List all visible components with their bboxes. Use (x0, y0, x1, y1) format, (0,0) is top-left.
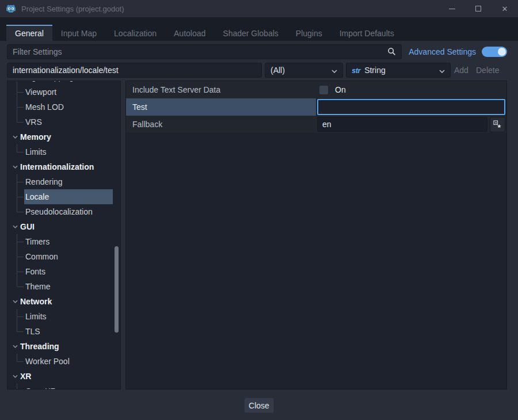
close-window-button[interactable]: ✕ (492, 0, 518, 17)
tab-localization[interactable]: Localization (105, 25, 165, 41)
tree-item-timers[interactable]: Timers (7, 234, 120, 249)
checkbox-value-label: On (335, 85, 346, 94)
property-label: Fallback (126, 116, 316, 133)
tab-bar: GeneralInput MapLocalizationAutoloadShad… (0, 17, 518, 41)
tree-category-label: Threading (20, 342, 59, 351)
toggle-knob (498, 48, 506, 56)
tree-category-gui[interactable]: GUI (7, 219, 120, 234)
chevron-down-icon (13, 135, 18, 139)
tree-item-limits[interactable]: Limits (7, 144, 120, 159)
chevron-down-icon (13, 225, 18, 228)
svg-text:a: a (495, 120, 497, 124)
project-settings-window: Project Settings (project.godot) ✕ Gener… (0, 0, 518, 420)
chevron-down-icon (13, 300, 18, 303)
tree-item-label: Lightmapping (25, 81, 74, 82)
tab-plugins[interactable]: Plugins (287, 25, 331, 41)
advanced-settings-label: Advanced Settings (409, 47, 476, 56)
tab-autoload[interactable]: Autoload (165, 25, 214, 41)
search-icon (387, 47, 396, 58)
chevron-down-icon (13, 345, 18, 348)
property-value-input[interactable] (317, 99, 505, 115)
type-select[interactable]: str String (346, 63, 451, 78)
settings-tree-panel: LightmappingViewportMesh LODVRSMemoryLim… (7, 81, 121, 390)
tree-item-viewport[interactable]: Viewport (7, 85, 120, 100)
maximize-button[interactable] (465, 0, 492, 17)
tree-category-label: Internationalization (20, 162, 94, 171)
tree-item-limits[interactable]: Limits (7, 309, 120, 324)
tree-category-network[interactable]: Network (7, 294, 120, 309)
advanced-settings-toggle[interactable] (482, 47, 507, 57)
tree-category-label: XR (20, 372, 31, 381)
tree-item-rendering[interactable]: Rendering (7, 174, 120, 189)
minimize-icon (449, 9, 455, 9)
property-row-include-text-server-data[interactable]: Include Text Server DataOn (126, 81, 506, 98)
tree-category-label: GUI (20, 222, 35, 231)
titlebar: Project Settings (project.godot) ✕ (0, 0, 518, 17)
tab-import-defaults[interactable]: Import Defaults (331, 25, 403, 41)
tree-category-internationalization[interactable]: Internationalization (7, 159, 120, 174)
filter-settings-input[interactable] (7, 44, 402, 59)
tree-category-threading[interactable]: Threading (7, 339, 120, 354)
locale-picker-icon: a (493, 120, 502, 129)
chevron-down-icon (13, 375, 18, 378)
tree-item-tls[interactable]: TLS (7, 324, 120, 339)
tree-category-xr[interactable]: XR (7, 369, 120, 384)
property-label: Test (126, 98, 316, 116)
tree-item-label: Common (25, 252, 58, 261)
string-type-icon: str (352, 66, 360, 75)
tree-item-label: TLS (25, 327, 40, 336)
chevron-down-icon (13, 165, 18, 169)
tree-item-label: Fonts (25, 267, 45, 276)
tree-category-label: Memory (20, 132, 51, 142)
tree-item-lightmapping[interactable]: Lightmapping (7, 81, 120, 85)
tree-item-worker-pool[interactable]: Worker Pool (7, 354, 120, 369)
property-name-input[interactable] (7, 63, 262, 78)
type-value: String (364, 66, 386, 75)
checkbox[interactable] (319, 86, 328, 94)
property-value-input[interactable] (317, 117, 487, 132)
locale-picker-button[interactable]: a (490, 117, 505, 132)
minimize-button[interactable] (439, 0, 465, 17)
tree-item-fonts[interactable]: Fonts (7, 264, 120, 279)
tree-scrollbar[interactable] (115, 246, 119, 333)
close-button[interactable]: Close (244, 398, 274, 413)
feature-filter-select[interactable]: (All) (265, 63, 343, 78)
delete-property-button[interactable]: Delete (476, 63, 499, 78)
tree-item-label: Limits (25, 312, 47, 321)
tree-item-label: Rendering (25, 177, 63, 186)
tree-item-label: Pseudolocalization (25, 207, 93, 216)
tab-shader-globals[interactable]: Shader Globals (214, 25, 287, 41)
tab-general[interactable]: General (6, 25, 52, 41)
properties-panel: Include Text Server DataOnTestFallbacka (125, 81, 507, 390)
tree-category-memory[interactable]: Memory (7, 129, 120, 144)
tree-item-label: OpenXR (25, 387, 56, 390)
tree-item-locale[interactable]: Locale (7, 189, 120, 204)
tree-item-label: Mesh LOD (25, 102, 64, 112)
tree-item-vrs[interactable]: VRS (7, 114, 120, 129)
dialog-body: Advanced Settings (All) str String Add D… (0, 41, 518, 420)
property-row-test[interactable]: Test (126, 98, 506, 116)
property-label: Include Text Server Data (126, 81, 316, 98)
property-value-cell: On (316, 81, 506, 98)
tree-item-openxr[interactable]: OpenXR (7, 384, 120, 390)
tree-item-label: Limits (25, 147, 47, 156)
tree-item-label: Worker Pool (25, 357, 70, 366)
tree-item-label: VRS (25, 117, 42, 127)
add-property-button[interactable]: Add (454, 63, 469, 78)
tree-item-label: Viewport (25, 87, 56, 97)
tree-category-label: Network (20, 297, 52, 306)
tree-item-label: Timers (25, 237, 49, 246)
feature-filter-value: (All) (271, 66, 285, 75)
chevron-down-icon (439, 66, 445, 75)
tree-item-theme[interactable]: Theme (7, 279, 120, 294)
chevron-down-icon (332, 66, 337, 75)
tree-item-pseudolocalization[interactable]: Pseudolocalization (7, 204, 120, 219)
close-icon: ✕ (502, 5, 508, 13)
tree-item-mesh-lod[interactable]: Mesh LOD (7, 100, 120, 114)
tree-item-label: Theme (25, 282, 51, 291)
property-row-fallback[interactable]: Fallbacka (126, 116, 506, 133)
property-value-cell: a (316, 116, 506, 133)
tab-input-map[interactable]: Input Map (52, 25, 105, 41)
property-value-cell (316, 98, 506, 116)
tree-item-common[interactable]: Common (7, 249, 120, 264)
